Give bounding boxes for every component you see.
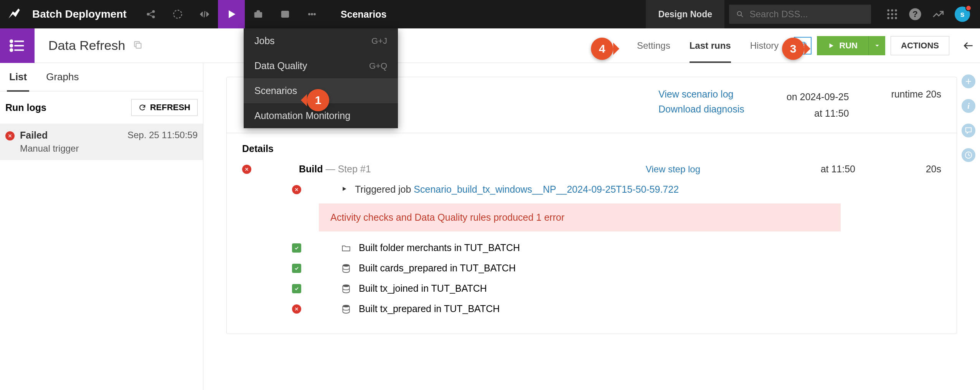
notification-dot [965,5,972,11]
actions-button[interactable]: ACTIONS [891,36,949,55]
error-icon [292,185,301,194]
back-arrow[interactable] [957,40,980,52]
help-icon[interactable]: ? [909,8,922,21]
svg-point-2 [152,16,155,18]
copy-icon[interactable] [133,40,143,51]
run-caret-button[interactable] [868,36,885,55]
dropdown-item-jobs[interactable]: JobsG+J [244,28,398,53]
build-row: Built tx_prepared in TUT_BATCH [292,303,941,314]
details-section: Details Build — Step #1 View step log at… [227,133,957,334]
svg-point-30 [343,305,349,307]
avatar[interactable]: s [955,7,970,22]
svg-point-9 [737,12,742,16]
build-text: Built cards_prepared in TUT_BATCH [359,263,516,274]
run-button[interactable]: RUN [817,36,868,55]
refresh-icon [139,104,146,111]
download-diagnosis-link[interactable]: Download diagnosis [658,104,744,115]
svg-point-13 [887,13,889,15]
tab-settings[interactable]: Settings [637,30,670,62]
step-duration: 20s [865,164,941,175]
log-time: Sep. 25 11:50:59 [127,130,198,154]
build-row: Built cards_prepared in TUT_BATCH [292,263,941,274]
top-right-icons: ? s [876,7,980,22]
project-name[interactable]: Batch Deployment [32,8,127,20]
database-icon [341,263,351,273]
tab-last-runs[interactable]: Last runs [690,30,731,62]
error-icon [242,165,251,174]
log-status: Failed [20,130,127,141]
step-name: Build [299,164,323,174]
svg-point-6 [308,13,310,15]
search-box[interactable] [729,5,871,24]
runlogs-header: Run logs REFRESH [0,91,203,124]
svg-point-7 [311,13,313,15]
svg-point-25 [10,49,13,51]
play-icon [828,42,835,49]
info-icon[interactable]: i [962,99,975,113]
design-node-button[interactable]: Design Node [646,0,724,28]
hamburger-button[interactable] [0,28,35,63]
view-scenario-log-link[interactable]: View scenario log [658,89,744,100]
database-icon [341,284,351,294]
logo[interactable] [0,0,28,28]
error-icon [292,304,301,314]
log-trigger: Manual trigger [20,143,127,154]
side-tab-graphs[interactable]: Graphs [46,63,79,91]
svg-point-11 [891,9,893,12]
step-row: Build — Step #1 View step log at 11:50 2… [242,164,941,175]
svg-point-15 [895,13,897,15]
build-text: Built tx_joined in TUT_BATCH [359,283,487,294]
content: List Graphs Run logs REFRESH Failed Manu… [0,63,980,390]
folder-icon [341,243,351,253]
apps-icon[interactable] [886,8,899,21]
flow-icon[interactable] [164,0,191,28]
view-step-log-link[interactable]: View step log [646,164,700,175]
more-icon[interactable] [299,0,325,28]
svg-point-14 [891,13,893,15]
history-icon[interactable] [962,148,975,162]
svg-point-21 [10,40,13,42]
substep: Triggered job Scenario_build_tx_windows_… [292,184,941,195]
sidebar: List Graphs Run logs REFRESH Failed Manu… [0,63,203,390]
callout-4: 4 [591,38,613,60]
svg-point-0 [147,13,149,15]
svg-point-16 [887,17,889,19]
build-text: Built tx_prepared in TUT_BATCH [359,303,500,314]
right-rail: + i [957,63,980,162]
error-banner: Activity checks and Data Quality rules p… [319,203,841,231]
expand-icon[interactable] [341,186,347,193]
code-icon[interactable] [191,0,218,28]
dashboard-icon[interactable] [272,0,299,28]
play-menu-icon[interactable] [218,0,245,28]
subheader: Data Refresh Settings Last runs History … [0,28,980,63]
add-icon[interactable]: + [962,74,975,88]
svg-point-17 [891,17,893,19]
play-dropdown: JobsG+J Data QualityG+Q Scenarios Automa… [244,28,398,128]
trend-icon[interactable] [932,8,945,21]
success-icon [292,243,301,253]
callout-3: 3 [782,38,804,60]
refresh-button[interactable]: REFRESH [131,99,198,116]
build-row: Built tx_joined in TUT_BATCH [292,283,941,294]
trigger-prefix: Triggered job [355,184,414,195]
svg-point-18 [895,17,897,19]
search-input[interactable] [749,9,864,20]
page-title: Data Refresh [48,38,125,53]
nav-menu-title: Scenarios [341,9,387,20]
chat-icon[interactable] [962,124,975,137]
log-item[interactable]: Failed Manual trigger Sep. 25 11:50:59 [0,124,203,160]
step-time: at 11:50 [802,164,855,175]
svg-rect-4 [254,12,262,17]
dropdown-item-data-quality[interactable]: Data QualityG+Q [244,53,398,78]
tab-history[interactable]: History [750,30,779,62]
svg-point-23 [10,45,13,47]
run-runtime: runtime 20s [891,89,941,121]
build-row: Built folder merchants in TUT_BATCH [292,242,941,253]
svg-text:?: ? [912,9,918,19]
share-icon[interactable] [137,0,164,28]
side-tab-list[interactable]: List [9,63,27,91]
briefcase-icon[interactable] [245,0,272,28]
run-time: at 11:50 [787,105,849,122]
triggered-job-link[interactable]: Scenario_build_tx_windows__NP__2024-09-2… [414,184,679,195]
success-icon [292,264,301,273]
